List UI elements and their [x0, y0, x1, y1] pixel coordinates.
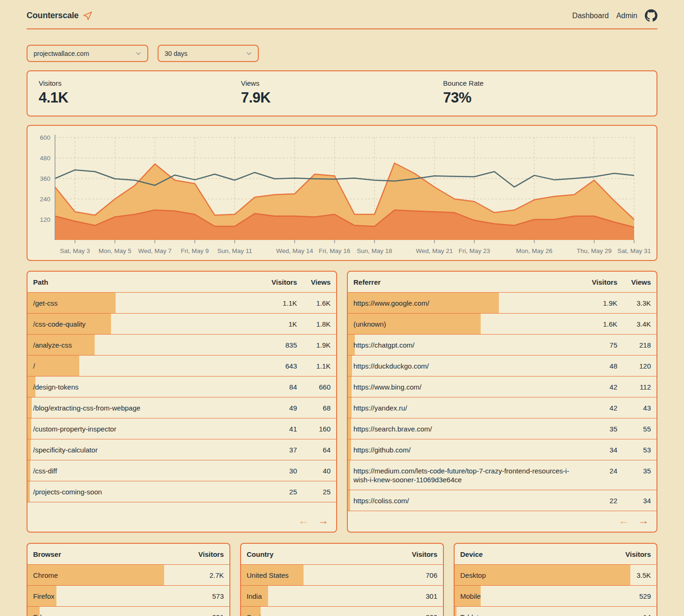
row-views: 1.1K: [297, 362, 331, 370]
row-views: 25: [297, 487, 331, 496]
row-bar: [348, 356, 352, 376]
table-row[interactable]: Spain220: [241, 607, 443, 616]
table-row[interactable]: Edge231: [28, 607, 229, 616]
row-visitors: 1K: [264, 320, 297, 329]
table-row[interactable]: https://duckduckgo.com/48120: [348, 356, 656, 376]
table-row[interactable]: /analyze-css8351.9K: [28, 335, 336, 356]
row-views: 3.3K: [617, 299, 651, 308]
table-row[interactable]: /css-code-quality1K1.8K: [28, 314, 336, 335]
row-label: /css-diff: [33, 466, 264, 475]
nav-admin[interactable]: Admin: [616, 12, 637, 20]
row-bar: [348, 490, 350, 511]
table-row[interactable]: https://yandex.ru/4243: [348, 397, 656, 418]
row-label: /blog/extracting-css-from-webpage: [33, 404, 264, 412]
table-row[interactable]: https://medium.com/lets-code-future/top-…: [348, 460, 656, 490]
row-bar: [348, 376, 352, 397]
row-bar: [28, 481, 30, 502]
dashboard-page: Counterscale Dashboard Admin projectwall…: [0, 0, 684, 616]
table-row[interactable]: Tablet14: [455, 607, 656, 616]
next-page-button[interactable]: →: [638, 515, 649, 526]
table-row[interactable]: Desktop3.5K: [455, 565, 656, 586]
row-visitors: 573: [187, 592, 224, 601]
table-row[interactable]: https://coliss.com/2234: [348, 490, 656, 511]
row-visitors: 706: [400, 571, 437, 580]
table-row[interactable]: Mobile529: [455, 586, 656, 607]
stat-value: 4.1K: [39, 89, 241, 106]
stat-value: 7.9K: [241, 89, 443, 106]
table-row[interactable]: /design-tokens84660: [28, 376, 336, 397]
row-label: https://duckduckgo.com/: [353, 362, 585, 370]
table-row[interactable]: /6431.1K: [28, 356, 336, 376]
row-label: Chrome: [33, 571, 187, 580]
table-row[interactable]: United States706: [241, 565, 443, 586]
prev-page-button[interactable]: ←: [298, 515, 309, 526]
row-views: 112: [617, 383, 651, 391]
row-bar: [348, 397, 352, 418]
table-row[interactable]: /custom-property-inspector41160: [28, 418, 336, 439]
row-bar: [28, 397, 32, 418]
row-visitors: 22: [585, 496, 617, 505]
table-row[interactable]: India301: [241, 586, 443, 607]
referrer-table: Referrer Visitors Views https://www.goog…: [347, 271, 657, 533]
table-row[interactable]: /projects-coming-soon2525: [28, 481, 336, 502]
next-page-button[interactable]: →: [318, 515, 329, 526]
row-bar: [28, 439, 31, 460]
table-row[interactable]: /get-css1.1K1.6K: [28, 293, 336, 314]
row-label: https://search.brave.com/: [353, 424, 585, 433]
table-row[interactable]: https://www.bing.com/42112: [348, 376, 656, 397]
column-visitors: Visitors: [187, 550, 224, 559]
table-row[interactable]: (unknown)1.6K3.4K: [348, 314, 656, 335]
stat-bounce-rate: Bounce Rate 73%: [443, 79, 645, 106]
row-views: 1.9K: [297, 341, 331, 349]
github-icon[interactable]: [645, 9, 657, 22]
table-row[interactable]: https://www.google.com/1.9K3.3K: [348, 293, 656, 314]
svg-text:480: 480: [40, 155, 50, 162]
table-header: Path Visitors Views: [28, 272, 336, 293]
row-label: Mobile: [460, 592, 614, 601]
row-views: 43: [617, 404, 651, 412]
breakdowns-row: Browser Visitors Chrome2.7KFirefox573Edg…: [27, 543, 657, 616]
column-browser: Browser: [33, 550, 187, 559]
row-label: https://coliss.com/: [353, 496, 585, 505]
row-label: /analyze-css: [33, 341, 264, 349]
row-label: https://medium.com/lets-code-future/top-…: [353, 466, 585, 484]
row-visitors: 48: [585, 362, 617, 370]
row-views: 34: [617, 496, 651, 505]
table-row[interactable]: /css-diff3040: [28, 460, 336, 481]
chevron-down-icon: [246, 52, 252, 55]
column-path: Path: [33, 278, 264, 287]
prev-page-button[interactable]: ←: [618, 515, 629, 526]
svg-text:Sat, May 3: Sat, May 3: [60, 247, 90, 254]
date-range-select[interactable]: 30 days: [158, 45, 259, 62]
row-label: Edge: [33, 613, 187, 616]
column-views: Views: [297, 278, 331, 287]
logo-text: Counterscale: [27, 11, 79, 21]
svg-text:600: 600: [40, 134, 50, 141]
stat-visitors: Visitors 4.1K: [39, 79, 241, 106]
svg-text:360: 360: [40, 175, 50, 182]
site-select[interactable]: projectwallace.com: [27, 45, 148, 62]
cursor-logo-icon: [83, 11, 93, 21]
row-label: /: [33, 362, 264, 370]
column-referrer: Referrer: [353, 278, 585, 287]
row-visitors: 41: [264, 424, 297, 433]
row-views: 660: [297, 383, 331, 391]
svg-text:Sat, May 31: Sat, May 31: [617, 247, 651, 254]
browser-table: Browser Visitors Chrome2.7KFirefox573Edg…: [27, 543, 230, 616]
row-visitors: 34: [585, 445, 617, 454]
row-visitors: 529: [614, 592, 651, 601]
table-row[interactable]: /blog/extracting-css-from-webpage4968: [28, 397, 336, 418]
column-country: Country: [247, 550, 400, 559]
table-row[interactable]: https://github.com/3453: [348, 439, 656, 460]
row-label: https://yandex.ru/: [353, 404, 585, 412]
table-row[interactable]: https://chatgpt.com/75218: [348, 335, 656, 356]
stats-card: Visitors 4.1K Views 7.9K Bounce Rate 73%: [27, 70, 657, 116]
row-label: (unknown): [353, 320, 585, 329]
nav-dashboard[interactable]: Dashboard: [572, 12, 608, 20]
table-row[interactable]: /specificity-calculator3764: [28, 439, 336, 460]
pagination: ← →: [28, 511, 336, 532]
app-logo[interactable]: Counterscale: [27, 11, 93, 21]
table-row[interactable]: Firefox573: [28, 586, 229, 607]
table-row[interactable]: Chrome2.7K: [28, 565, 229, 586]
table-row[interactable]: https://search.brave.com/3555: [348, 418, 656, 439]
